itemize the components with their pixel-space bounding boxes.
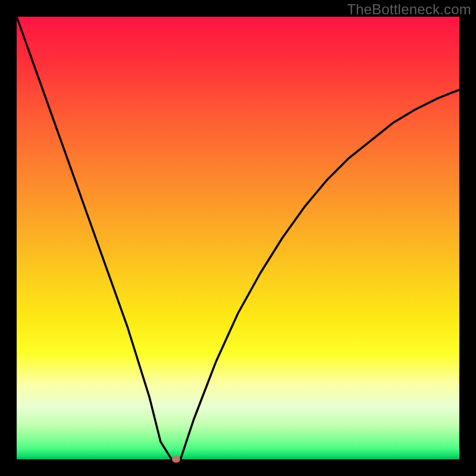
optimal-point-marker [172,456,180,463]
chart-frame: TheBottleneck.com [0,0,476,476]
plot-area [17,17,459,459]
bottleneck-curve [17,17,459,459]
watermark-text: TheBottleneck.com [347,1,471,18]
curve-svg [17,17,459,459]
